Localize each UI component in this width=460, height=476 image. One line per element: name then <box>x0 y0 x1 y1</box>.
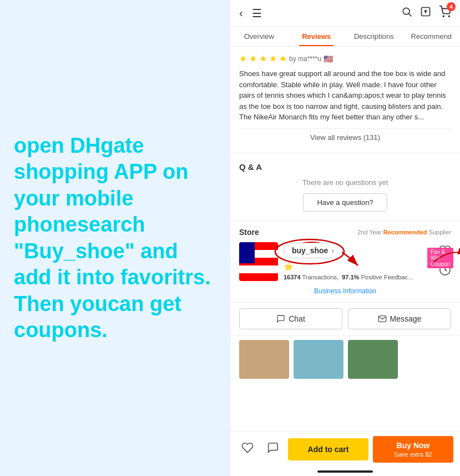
have-question-button[interactable]: Have a question? <box>303 193 387 212</box>
share-icon[interactable] <box>420 6 431 20</box>
back-icon[interactable]: ‹ <box>239 7 243 19</box>
right-panel: ‹ ☰ 4 <box>230 0 460 476</box>
svg-point-4 <box>443 16 444 17</box>
store-name-label: buy_shoe <box>292 246 328 255</box>
star-2: ★ <box>249 53 257 64</box>
qa-title: Q & A <box>239 162 451 172</box>
instruction-text: open DHgate shopping APP on your mobile … <box>14 133 216 344</box>
chat-button[interactable]: Chat <box>239 308 342 329</box>
nav-bar: ‹ ☰ 4 <box>230 0 460 27</box>
bottom-bar: Add to cart Buy Now Save extra $2 <box>230 431 460 467</box>
message-button[interactable]: Message <box>348 308 451 329</box>
chevron-right-icon: › <box>331 246 334 255</box>
qa-empty-text: There are no questions yet <box>239 178 451 187</box>
chat-icon <box>276 314 285 323</box>
flag-icon: 🇺🇸 <box>323 54 333 63</box>
review-text: Shoes have great support all around and … <box>239 68 451 123</box>
tab-recommend[interactable]: Recommend <box>403 27 461 46</box>
business-info-link[interactable]: Business Information <box>314 287 376 295</box>
supplier-highlight: Recommended <box>383 229 427 236</box>
message-icon <box>378 314 387 323</box>
content-area: ★ ★ ★ ★ ★ by ma****u 🇺🇸 Shoes have great… <box>230 47 460 431</box>
star-1: ★ <box>239 53 247 64</box>
business-info[interactable]: Business Information <box>239 285 451 295</box>
wishlist-icon[interactable] <box>237 439 258 459</box>
chat-label: Chat <box>289 314 305 323</box>
view-all-reviews[interactable]: View all reviews (131) <box>239 128 451 146</box>
review-stars: ★ ★ ★ ★ ★ by ma****u 🇺🇸 <box>239 53 451 64</box>
star-4: ★ <box>269 53 277 64</box>
message-label: Message <box>390 314 422 323</box>
search-icon[interactable] <box>401 6 412 20</box>
tab-descriptions[interactable]: Descriptions <box>345 27 403 46</box>
store-label: Store <box>239 228 259 237</box>
product-thumb-1[interactable] <box>239 340 289 379</box>
feedback-pct: 97.1% <box>342 274 359 280</box>
menu-icon[interactable]: ☰ <box>252 7 262 20</box>
store-stats: 16374 Transactions, 97.1% Positive Feedb… <box>284 274 433 280</box>
cart-icon-wrapper[interactable]: 4 <box>439 6 451 21</box>
product-thumb-2[interactable] <box>294 340 343 379</box>
buy-now-button[interactable]: Buy Now Save extra $2 <box>373 436 453 463</box>
product-row <box>230 335 460 383</box>
star-5: ★ <box>279 53 287 64</box>
reviewer-name: by ma****u <box>289 55 321 63</box>
review-section: ★ ★ ★ ★ ★ by ma****u 🇺🇸 Shoes have great… <box>230 47 460 153</box>
fav-badge: Fav & Win Coupon <box>427 248 453 268</box>
home-line <box>317 470 373 473</box>
store-info-row: buy_shoe › ⭐ 16374 Transactions, 97.1% P… <box>239 242 451 281</box>
tab-overview[interactable]: Overview <box>230 27 288 46</box>
add-to-cart-button[interactable]: Add to cart <box>288 438 368 460</box>
tab-reviews[interactable]: Reviews <box>288 27 346 46</box>
svg-point-5 <box>448 16 449 17</box>
store-actions: Chat Message <box>230 303 460 335</box>
product-thumb-3[interactable] <box>348 340 398 379</box>
star-3: ★ <box>259 53 267 64</box>
store-name-button[interactable]: buy_shoe › <box>284 243 342 258</box>
svg-point-0 <box>403 8 410 14</box>
bottom-chat-icon[interactable] <box>262 439 284 459</box>
qa-section: Q & A There are no questions yet Have a … <box>230 153 460 221</box>
store-star: ⭐ <box>284 262 293 271</box>
svg-line-1 <box>409 14 412 17</box>
store-section: Store 2nd Year Recommended Supplier <box>230 221 460 303</box>
tab-bar: Overview Reviews Descriptions Recommend <box>230 27 460 47</box>
buy-now-sub-label: Save extra $2 <box>377 450 449 458</box>
home-indicator <box>230 467 460 476</box>
left-panel: open DHgate shopping APP on your mobile … <box>0 0 230 476</box>
store-logo <box>239 242 278 281</box>
cart-badge: 4 <box>447 2 456 11</box>
supplier-tag: 2nd Year Recommended Supplier <box>357 229 451 236</box>
transaction-count: 16374 <box>284 274 301 280</box>
buy-now-label: Buy Now <box>377 440 449 450</box>
